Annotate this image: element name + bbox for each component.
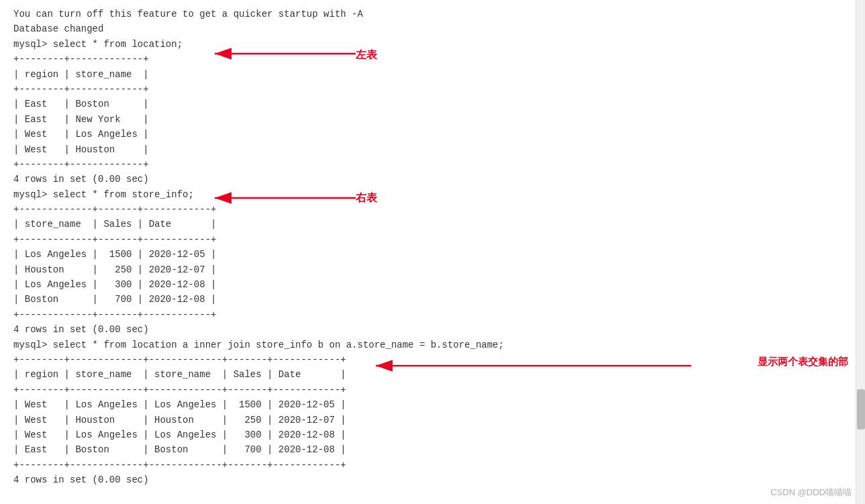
terminal-line: Database changed: [13, 21, 852, 36]
terminal-line: | West | Houston | Houston | 250 | 2020-…: [13, 413, 852, 427]
terminal-line: | Houston | 250 | 2020-12-07 |: [13, 262, 852, 277]
terminal-line: +--------+-------------+: [13, 157, 852, 172]
terminal-line: +--------+-------------+-------------+--…: [13, 458, 852, 472]
terminal-line: | West | Los Angeles |: [13, 127, 852, 142]
terminal-line: | Los Angeles | 300 | 2020-12-08 |: [13, 277, 852, 292]
terminal-line: You can turn off this feature to get a q…: [13, 7, 852, 21]
terminal-line: | East | Boston | Boston | 700 | 2020-12…: [13, 442, 852, 457]
terminal-line: +-------------+-------+------------+: [13, 232, 852, 247]
terminal-line: | West | Los Angeles | Los Angeles | 150…: [13, 397, 852, 412]
terminal-line: +-------------+-------+------------+: [13, 307, 852, 322]
scrollbar[interactable]: [856, 0, 865, 504]
terminal-line: mysql> select * from location a inner jo…: [13, 338, 852, 352]
terminal-line: | region | store_name |: [13, 67, 852, 82]
terminal-line: | Los Angeles | 1500 | 2020-12-05 |: [13, 247, 852, 262]
scrollbar-thumb[interactable]: [857, 389, 865, 430]
terminal-line: 4 rows in set (0.00 sec): [13, 322, 852, 337]
terminal-line: +-------------+-------+------------+: [13, 202, 852, 217]
intersect-annotation: 显示两个表交集的部: [758, 356, 848, 368]
terminal-line: +--------+-------------+: [13, 82, 852, 97]
terminal-line: | East | New York |: [13, 112, 852, 127]
terminal-line: mysql> select * from location;: [13, 37, 852, 52]
terminal-line: 4 rows in set (0.00 sec): [13, 172, 852, 187]
terminal-line: | West | Houston |: [13, 142, 852, 157]
watermark: CSDN @DDD喵喵喵: [770, 487, 852, 499]
terminal-line: | West | Los Angeles | Los Angeles | 300…: [13, 427, 852, 442]
terminal-line: | Boston | 700 | 2020-12-08 |: [13, 292, 852, 307]
intersect-arrow: [369, 352, 698, 379]
terminal-line: | store_name | Sales | Date |: [13, 217, 852, 232]
terminal-line: +--------+-------------+-------------+--…: [13, 383, 852, 397]
left-table-arrow: [208, 40, 362, 67]
terminal-line: 4 rows in set (0.00 sec): [13, 472, 852, 487]
terminal: You can turn off this feature to get a q…: [0, 0, 865, 495]
terminal-line: +--------+-------------+: [13, 52, 852, 66]
terminal-line: mysql> select * from store_info;: [13, 187, 852, 202]
right-table-arrow: [208, 185, 362, 211]
terminal-line: | East | Boston |: [13, 97, 852, 111]
